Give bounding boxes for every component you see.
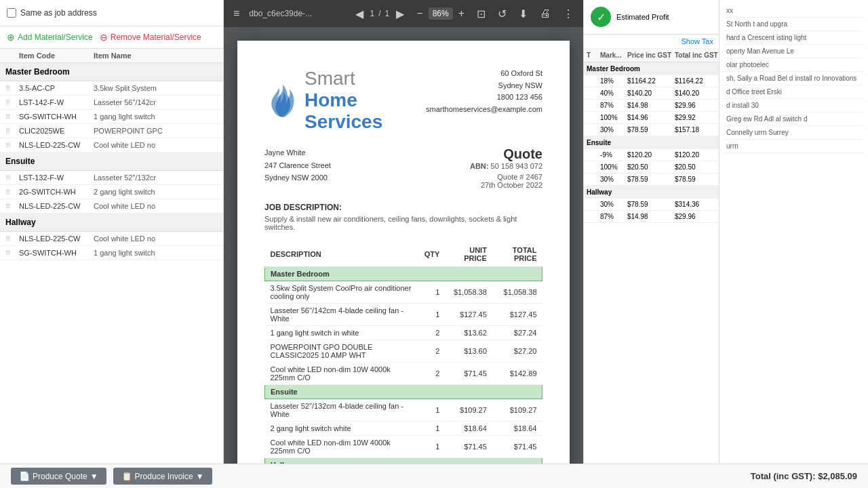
col-qty: QTY [417,242,445,267]
pdf-page-separator: / [378,9,380,18]
pdf-logo: Smart Home Services [264,68,426,133]
row-total-gst: $29.96 [675,102,719,109]
row-price-gst: $14.98 [627,213,675,220]
item-code: NLS-LED-225-CW [19,235,94,243]
left-section-row: Master Bedroom [0,63,223,81]
row-qty: 1 [417,281,445,304]
col-unit-price: UNIT PRICE [445,242,492,267]
company-name: Smart Home Services [304,68,426,133]
drag-handle-icon[interactable]: ⠿ [5,174,19,182]
pdf-section-row: Hallway [265,458,542,464]
pdf-download-button[interactable]: ⬇ [516,6,530,22]
add-material-button[interactable]: ⊕ Add Material/Service [7,32,93,43]
pdf-prev-page-button[interactable]: ◀ [353,6,366,22]
row-price-gst: $78.59 [627,201,675,208]
item-code: LST-132-F-W [19,174,94,182]
pdf-zoom-value: 86% [429,7,453,20]
row-description: 2 gang light switch white [265,422,418,436]
right-table-row: 30% $78.59 $78.59 [584,174,719,186]
pdf-zoom-out-button[interactable]: − [414,6,425,21]
bottom-bar: 📄 Produce Quote ▼ 📋 Produce Invoice ▼ To… [0,464,868,488]
row-price-gst: $14.98 [627,102,675,109]
right-table-row: 87% $14.98 $29.96 [584,211,719,223]
item-name: Cool white LED no [94,202,218,210]
list-item[interactable]: ⠿ SG-SWITCH-WH 1 gang light switch [0,246,223,260]
row-unit-price: $127.45 [445,304,492,326]
row-total-price: $18.64 [492,422,542,436]
quote-table: DESCRIPTION QTY UNIT PRICE TOTAL PRICE M… [264,242,542,464]
pdf-page-current: 1 [370,9,375,18]
row-mark: 100% [600,163,627,171]
pdf-more-button[interactable]: ⋮ [560,6,576,22]
row-mark: 40% [600,89,627,97]
row-total-price: $109.27 [492,399,542,422]
list-item[interactable]: ⠿ LST-142-F-W Lasseter 56"/142cr [0,96,223,110]
row-total-gst: $140.20 [675,89,719,97]
row-qty: 1 [417,399,445,422]
row-unit-price: $1,058.38 [445,281,492,304]
pdf-menu-button[interactable]: ≡ [231,6,242,21]
right-table-row: -9% $120.20 $120.20 [584,149,719,161]
drag-handle-icon[interactable]: ⠿ [5,127,19,135]
profit-check-icon: ✓ [597,11,606,24]
pdf-quote-info: Jayne White 247 Clarence Street Sydney N… [264,146,542,189]
list-item[interactable]: ⠿ NLS-LED-225-CW Cool white LED no [0,199,223,214]
client-address1: 247 Clarence Street [264,159,331,172]
far-right-item: olar photoelec [724,58,864,72]
job-description: JOB DESCRIPTION: Supply & install new ai… [264,203,542,231]
list-item[interactable]: ⠿ NLS-LED-225-CW Cool white LED no [0,138,223,152]
item-name: 3.5kw Split System [94,84,218,92]
estimated-profit-bar: ✓ Estimated Profit [584,0,719,35]
pdf-fit-button[interactable]: ⊡ [474,6,488,22]
drag-handle-icon[interactable]: ⠿ [5,99,19,106]
far-right-item: St North t and upgra [724,18,864,31]
pdf-rotate-button[interactable]: ↺ [495,6,509,22]
row-qty: 1 [417,422,445,436]
client-address2: Sydney NSW 2000 [264,171,331,184]
list-item[interactable]: ⠿ 2G-SWITCH-WH 2 gang light switch [0,185,223,199]
produce-quote-button[interactable]: 📄 Produce Quote ▼ [11,468,106,485]
pdf-zoom-in-button[interactable]: + [456,6,467,21]
produce-invoice-button[interactable]: 📋 Produce Invoice ▼ [113,468,212,485]
list-item[interactable]: ⠿ NLS-LED-225-CW Cool white LED no [0,232,223,246]
drag-handle-icon[interactable]: ⠿ [5,249,19,257]
drag-handle-icon[interactable]: ⠿ [5,142,19,149]
right-table-row: 30% $78.59 $157.18 [584,124,719,136]
bottom-actions: 📄 Produce Quote ▼ 📋 Produce Invoice ▼ [11,468,212,485]
drag-handle-icon[interactable]: ⠿ [5,188,19,196]
row-total-gst: $157.18 [675,126,719,134]
row-qty: 2 [417,326,445,340]
row-unit-price: $18.64 [445,422,492,436]
show-tax-button[interactable]: Show Tax [682,37,714,45]
list-item[interactable]: ⠿ 3.5-AC-CP 3.5kw Split System [0,81,223,96]
list-item[interactable]: ⠿ SG-SWITCH-WH 1 gang light switch [0,110,223,124]
item-name: 1 gang light switch [94,249,218,257]
quote-number: Quote # 2467 [470,173,542,181]
job-desc-label: JOB DESCRIPTION: [264,203,542,212]
quote-title-block: Quote ABN: 50 158 943 072 Quote # 2467 2… [470,146,542,189]
pdf-toolbar: ≡ dbo_c6ec39de-... ◀ 1 / 1 ▶ − 86% + ⊡ ↺… [224,0,583,27]
far-right-item: Greg ew Rd Adl al switch d [724,113,864,126]
row-total-gst: $29.96 [675,213,719,220]
row-price-gst: $20.50 [627,163,675,171]
dropdown-arrow-icon: ▼ [90,472,98,481]
list-item[interactable]: ⠿ CLIC2025WE POWERPOINT GPC [0,124,223,138]
remove-material-button[interactable]: ⊖ Remove Material/Service [100,32,201,43]
right-table-row: 87% $14.98 $29.96 [584,100,719,112]
pdf-section-label: Ensuite [265,385,542,399]
right-table-header: T Mark... Price inc GST Total inc GST [584,49,719,62]
row-description: 3.5kw Split System CoolPro air condition… [265,281,418,304]
drag-handle-icon[interactable]: ⠿ [5,235,19,243]
company-name-home: Home Services [304,89,426,133]
pdf-body[interactable]: Smart Home Services 60 Oxford St Sydney … [224,27,583,464]
show-tax-bar: Show Tax [584,35,719,49]
drag-handle-icon[interactable]: ⠿ [5,85,19,92]
same-as-job-label[interactable]: Same as job address [7,5,216,20]
pdf-next-page-button[interactable]: ▶ [393,6,407,22]
drag-handle-icon[interactable]: ⠿ [5,203,19,210]
same-as-job-checkbox[interactable] [7,8,16,18]
list-item[interactable]: ⠿ LST-132-F-W Lasseter 52"/132cr [0,171,223,185]
drag-handle-icon[interactable]: ⠿ [5,113,19,121]
right-table-row: 30% $78.59 $314.36 [584,199,719,211]
pdf-print-button[interactable]: 🖨 [537,6,553,21]
